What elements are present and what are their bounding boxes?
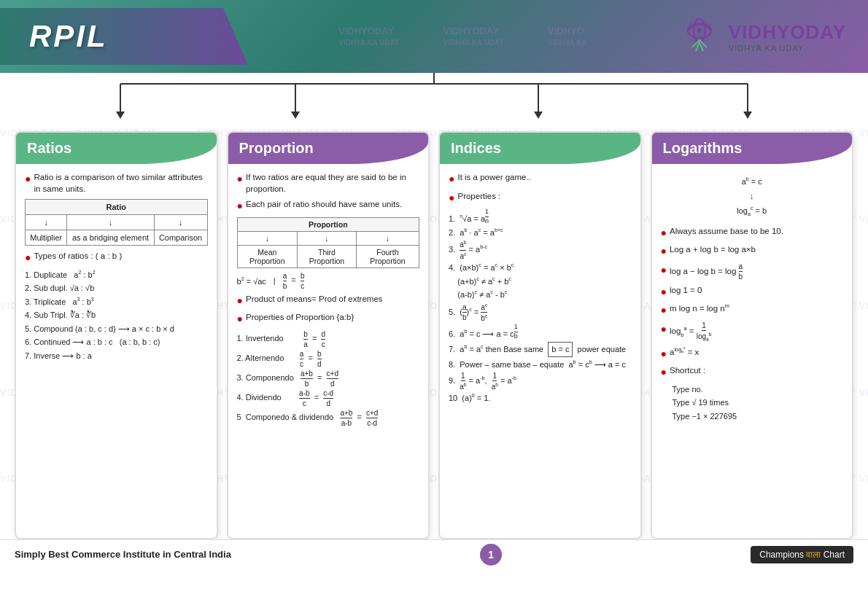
idx-8: 8. Power – same base – equate ab = cb ⟶ … xyxy=(449,359,632,371)
log-shortcut-text: Shortcut : xyxy=(670,364,705,376)
log-b5: ● m log n = log nm xyxy=(661,302,844,318)
indices-intro: ● It is a power game.. xyxy=(449,171,632,187)
ratio-item-2: 2. Sub dupl. √a : √b xyxy=(25,282,208,294)
prop-bullet2: ● Each pair of ratio should have same un… xyxy=(237,198,420,214)
prop-compd: 5 Componedo & dividendo a+ba-b = c+dc-d xyxy=(237,409,420,427)
main-content: Ratios ● Ratio is a comparison of two si… xyxy=(0,131,868,539)
log-b6-text: logba = 1logab xyxy=(670,321,711,342)
prop-b1-text: If two ratios are equal they are said to… xyxy=(246,171,419,195)
log-formula-top: ab = c ↓ logac = b xyxy=(661,175,844,219)
prop-b4-text: Properties of Proportion {a:b} xyxy=(246,311,354,323)
header-watermark-2: VIDHYODAYVIDHYA KA UDAY xyxy=(443,26,505,47)
prop-formula-row: b2 = √ac | ab = bc xyxy=(237,272,420,290)
header-watermark-3: VIDHYOVIDHYA KA xyxy=(548,26,587,47)
idx-10: 10 (a)0 = 1. xyxy=(449,392,632,405)
logo-text-area: VIDHYODAY VIDHYA KA UDAY xyxy=(729,21,846,52)
prop-div: 4. Dividendo a-bc = c-dd xyxy=(237,389,420,407)
prop-bullet4: ● Properties of Proportion {a:b} xyxy=(237,311,420,327)
log-bullet-7: ● xyxy=(661,347,667,362)
prop-inv: 1. Invertendo ba = dc xyxy=(237,330,420,348)
idx-4a: 4. (a×b)c = ac × bc xyxy=(449,262,632,274)
prop-arrow-2: ↓ xyxy=(298,231,357,245)
log-b1-text: Always assume base to be 10. xyxy=(670,225,783,237)
footer-hindi: वाला xyxy=(806,550,821,560)
ratio-item-3: 3. Triplicate a3 : b3 xyxy=(25,296,208,308)
log-b7: ● alogax = x xyxy=(661,346,844,362)
indices-intro-text: It is a power game.. xyxy=(457,171,530,183)
ratios-types-text: Types of ratios : ( a : b ) xyxy=(34,250,122,262)
ratio-col-2: as a bridging element xyxy=(67,230,154,246)
indices-bullet-1: ● xyxy=(449,172,454,187)
logarithms-title: Logarithms xyxy=(663,140,743,156)
logarithms-body: ab = c ↓ logac = b ● Always assume base … xyxy=(652,164,853,538)
header-title-area: RPIL xyxy=(0,8,248,65)
idx-2: 2. ab · ac = ab+c xyxy=(449,227,632,239)
indices-bullet-2: ● xyxy=(449,191,454,206)
prop-col-3: Fourth Proportion xyxy=(356,245,419,268)
footer-page: 1 xyxy=(480,544,502,566)
log-bullet-5: ● xyxy=(661,303,667,318)
log-b7-text: alogax = x xyxy=(670,346,699,358)
indices-card: Indices ● It is a power game.. ● Propert… xyxy=(438,131,642,539)
log-b2: ● Log a + log b = log a×b xyxy=(661,243,844,259)
log-b5-text: m log n = log nm xyxy=(670,302,729,314)
ratio-item-6: 6. Continued ⟶ a : b : c (a : b, b : c) xyxy=(25,336,208,348)
arrows-svg xyxy=(0,69,868,128)
prop-bullet-icon-1: ● xyxy=(237,172,243,187)
header-watermark-1: VIDHYODAYVIDHYA KA UDAY xyxy=(338,26,400,47)
ratios-card: Ratios ● Ratio is a comparison of two si… xyxy=(15,131,218,539)
log-bullet-2: ● xyxy=(661,244,667,259)
logo-icon xyxy=(678,15,721,58)
prop-bullet-icon-3: ● xyxy=(237,294,243,308)
idx-9: 9. 1ab = a-b, 1ab = a-b xyxy=(449,372,632,391)
logo-tagline: VIDHYA KA UDAY xyxy=(729,44,846,52)
logarithms-header: Logarithms xyxy=(652,133,853,164)
header: RPIL VIDHYODAYVIDHYA KA UDAY VIDHYODAYVI… xyxy=(0,0,868,73)
log-b1: ● Always assume base to be 10. xyxy=(661,225,844,241)
log-b3-text: log a − log b = log ab xyxy=(670,262,743,281)
svg-point-3 xyxy=(697,28,702,33)
ratio-arrow-1: ↓ xyxy=(26,215,67,230)
indices-props-text: Properties : xyxy=(457,190,500,202)
ratio-item-4: 4. Sub Tripl. ∛a : ∛b xyxy=(25,309,208,321)
ratio-item-5: 5. Compound (a : b, c : d) ⟶ a × c : b ×… xyxy=(25,323,208,335)
ratios-header: Ratios xyxy=(16,133,217,164)
idx-5: 5. (ab)c = acbc xyxy=(449,302,632,323)
prop-bullet3: ● Product of means= Prod of extremes xyxy=(237,293,420,308)
ratio-arrow-3: ↓ xyxy=(154,215,207,230)
footer: Simply Best Commerce Institute in Centra… xyxy=(0,539,868,569)
ratio-item-7: 7. Inverse ⟶ b : a xyxy=(25,350,208,362)
footer-right: Champions वाला Chart xyxy=(751,546,853,563)
footer-left: Simply Best Commerce Institute in Centra… xyxy=(15,549,231,560)
log-bullet-6: ● xyxy=(661,322,667,337)
log-b3: ● log a − log b = log ab xyxy=(661,262,844,281)
page-title: RPIL xyxy=(29,19,108,53)
log-bullet-4: ● xyxy=(661,285,667,300)
idx-4b: (a+b)c ≠ ac + bc xyxy=(449,276,632,288)
prop-col-2: Third Proportion xyxy=(298,245,357,268)
prop-frac-formula: ab = bc xyxy=(283,272,305,290)
proportion-body: ● If two ratios are equal they are said … xyxy=(228,164,429,538)
prop-bullet1: ● If two ratios are equal they are said … xyxy=(237,171,420,195)
prop-separator: | xyxy=(274,276,276,285)
proportion-title: Proportion xyxy=(239,140,314,156)
log-bullet-8: ● xyxy=(661,365,667,380)
logo-area: VIDHYODAY VIDHYA KA UDAY xyxy=(678,15,846,58)
idx-6: 6. ab = c ⟶ a = c1b xyxy=(449,324,632,340)
arrows-area xyxy=(0,73,868,131)
prop-col-1: Mean Proportion xyxy=(237,245,298,268)
svg-marker-13 xyxy=(743,112,752,119)
prop-bullet-icon-4: ● xyxy=(237,312,243,327)
idx-4c: (a-b)c ≠ ac - bc xyxy=(449,289,632,301)
log-sc-2: Type √ 19 times xyxy=(661,397,844,409)
idx-3: 3. abac = ab-c xyxy=(449,240,632,260)
indices-header: Indices xyxy=(440,133,640,164)
indices-props: ● Properties : xyxy=(449,190,632,206)
log-sc-3: Type −1 × 227695 xyxy=(661,410,844,423)
ratio-col-3: Comparison xyxy=(154,230,207,246)
ratio-table-header: Ratio xyxy=(26,200,208,215)
prop-table-header: Proportion xyxy=(237,217,419,231)
logarithms-card: Logarithms ab = c ↓ logac = b ● Always a… xyxy=(651,131,854,539)
ratios-types: ● Types of ratios : ( a : b ) xyxy=(25,250,208,265)
ratio-table: Ratio ↓ ↓ ↓ Multiplier as a bridging ele… xyxy=(25,199,208,246)
